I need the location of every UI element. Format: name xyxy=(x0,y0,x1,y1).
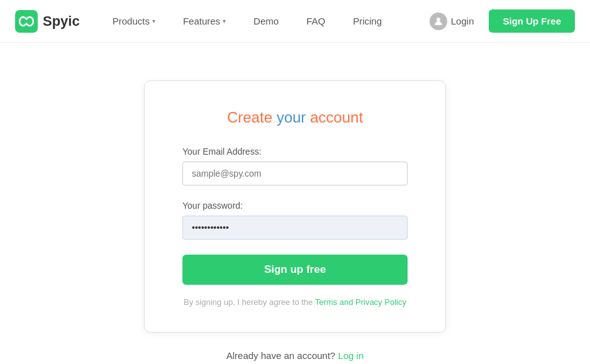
nav-products[interactable]: Products ▾ xyxy=(100,11,168,31)
signup-submit-button[interactable]: Sign up free xyxy=(182,255,408,285)
title-create: Create xyxy=(227,109,277,126)
nav-signup-button[interactable]: Sign Up Free xyxy=(489,9,575,33)
brand-name: Spyic xyxy=(43,13,80,30)
title-account: account xyxy=(306,109,363,126)
terms-link[interactable]: Terms and Privacy Policy xyxy=(315,297,406,307)
title-your: your xyxy=(277,109,306,126)
user-icon xyxy=(430,13,447,30)
logo-link[interactable]: Spyic xyxy=(15,10,80,33)
already-have-account: Already have an account? Log in xyxy=(226,350,364,361)
signup-card: Create your account Your Email Address: … xyxy=(144,80,446,333)
nav-links: Products ▾ Features ▾ Demo FAQ Pricing xyxy=(100,11,420,31)
nav-faq[interactable]: FAQ xyxy=(294,11,338,31)
password-field-group: Your password: xyxy=(182,201,408,240)
chevron-down-icon: ▾ xyxy=(152,18,155,25)
nav-features[interactable]: Features ▾ xyxy=(170,11,238,31)
chevron-down-icon: ▾ xyxy=(223,18,226,25)
page-content: Create your account Your Email Address: … xyxy=(0,43,590,364)
nav-demo[interactable]: Demo xyxy=(241,11,291,31)
login-button[interactable]: Login xyxy=(420,8,484,35)
svg-point-1 xyxy=(437,18,440,21)
log-in-link[interactable]: Log in xyxy=(338,350,364,361)
password-label: Your password: xyxy=(182,201,408,211)
email-field-group: Your Email Address: xyxy=(182,146,408,185)
email-input[interactable] xyxy=(182,162,408,185)
navbar: Spyic Products ▾ Features ▾ Demo FAQ Pri… xyxy=(0,0,590,43)
svg-rect-0 xyxy=(15,10,38,33)
logo-icon xyxy=(15,10,38,33)
nav-right: Login Sign Up Free xyxy=(420,8,575,35)
password-input[interactable] xyxy=(182,216,408,240)
terms-text: By signing up, I hereby agree to the Ter… xyxy=(182,297,408,307)
email-label: Your Email Address: xyxy=(182,146,408,157)
card-title: Create your account xyxy=(182,109,408,126)
nav-pricing[interactable]: Pricing xyxy=(340,11,394,31)
